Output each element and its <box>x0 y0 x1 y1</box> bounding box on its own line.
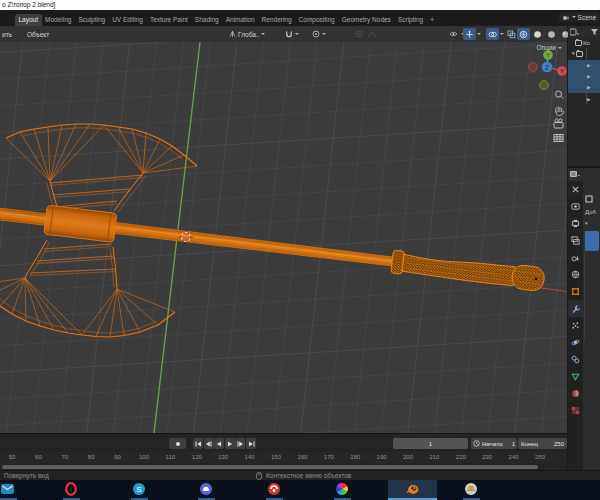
properties-tab-render[interactable] <box>568 198 583 215</box>
editor-type-icon[interactable] <box>570 170 580 179</box>
status-hint-context-menu: Контекстное меню объектов <box>266 472 351 479</box>
outliner-object-row-selected[interactable]: ▶ <box>568 82 600 93</box>
menu-mode[interactable]: ить <box>2 26 12 42</box>
navigation-gizmo[interactable]: YXZ <box>529 50 567 89</box>
frame-end-field[interactable]: Конец 250 <box>518 438 567 449</box>
outliner-display-mode-icon[interactable] <box>570 28 579 36</box>
properties-tab-texture[interactable] <box>568 402 583 419</box>
window-titlebar[interactable]: о Z\топор 2.blend] <box>0 0 600 10</box>
workspace-tab-sculpting[interactable]: Sculpting <box>75 14 109 26</box>
orientation-dropdown[interactable]: Глоба.. <box>229 26 265 42</box>
workspace-tab-layout[interactable]: Layout <box>15 14 42 26</box>
auto-keying-button[interactable] <box>169 438 186 449</box>
taskbar-app-game[interactable] <box>464 482 479 497</box>
workspace-tab-scripting[interactable]: Scripting <box>394 14 426 26</box>
viewport-3d[interactable]: YXZ Опции <box>0 42 567 433</box>
taskbar-app-color-wheel[interactable] <box>335 482 350 497</box>
timeline-ruler[interactable]: 5060708090100110120130140150160170180190… <box>0 452 567 463</box>
taskbar-app-discord[interactable] <box>199 482 214 497</box>
chevron-down-icon <box>558 47 562 49</box>
properties-panel: Доб ▼ <box>568 167 600 470</box>
properties-tab-material[interactable] <box>568 385 583 402</box>
current-frame-value: 1 <box>429 441 432 447</box>
workspace-tab-geometry-nodes[interactable]: Geometry Nodes <box>338 14 394 26</box>
modifier-expand-arrow[interactable]: ▼ <box>584 221 588 226</box>
proportional-edit-toggle[interactable] <box>312 26 326 42</box>
snap-controls[interactable] <box>285 26 299 42</box>
outliner-row[interactable]: Ко <box>568 37 600 48</box>
modifier-item-selected[interactable] <box>584 231 599 251</box>
outliner-row[interactable]: ▼ <box>568 48 600 59</box>
expand-arrow[interactable]: ▶ <box>587 85 590 90</box>
add-modifier-button[interactable]: Доб <box>585 209 596 215</box>
scene-selector[interactable]: Scene <box>559 12 599 22</box>
outliner-object-row-selected[interactable]: ▶ <box>568 60 600 71</box>
taskbar-app-skype[interactable]: S <box>132 482 147 497</box>
falloff-curve <box>368 26 376 42</box>
timeline-scrollbar[interactable] <box>2 465 538 469</box>
properties-tab-scene[interactable] <box>568 249 583 266</box>
viewport-options-dropdown[interactable]: Опции <box>536 44 562 51</box>
pan-hand-icon[interactable] <box>556 107 564 116</box>
orthographic-grid-icon[interactable] <box>554 135 563 142</box>
properties-tab-world[interactable] <box>568 266 583 283</box>
shading-material-button[interactable] <box>545 28 558 40</box>
current-frame-field[interactable]: 1 <box>393 438 468 449</box>
shading-wireframe-button[interactable] <box>517 28 530 40</box>
chevron-down-icon <box>572 16 576 18</box>
taskbar-app-blender[interactable] <box>405 482 420 497</box>
collection-icon <box>576 50 583 57</box>
properties-tab-constraints[interactable] <box>568 351 583 368</box>
workspace-tab-compositing[interactable]: Compositing <box>295 14 338 26</box>
properties-tab-object-data[interactable] <box>568 368 583 385</box>
play-button[interactable] <box>225 438 235 449</box>
workspace-tab-animation[interactable]: Animation <box>222 14 258 26</box>
properties-tab-output[interactable] <box>568 215 583 232</box>
shading-solid-button[interactable] <box>531 28 544 40</box>
visibility-toggle[interactable] <box>447 28 460 40</box>
expand-arrow[interactable]: ▼ <box>571 51 575 56</box>
ruler-frame-90: 90 <box>114 454 121 460</box>
workspace-tab-modeling[interactable]: Modeling <box>42 14 75 26</box>
zoom-icon[interactable] <box>556 91 562 97</box>
prev-keyframe-button[interactable] <box>204 438 214 449</box>
viewport-nav-tools <box>554 91 564 142</box>
outliner-row[interactable]: ▶ <box>568 94 600 105</box>
gizmo-axis-neg-x[interactable] <box>529 63 538 72</box>
workspace-tab-uv-editing[interactable]: UV Editing <box>109 14 147 26</box>
play-reverse-button[interactable] <box>214 438 224 449</box>
workspace-tab-texture-paint[interactable]: Texture Paint <box>146 14 191 26</box>
workspace-tab-rendering[interactable]: Rendering <box>258 14 295 26</box>
properties-tab-modifiers[interactable] <box>568 300 583 317</box>
mouse-icon <box>256 472 262 480</box>
next-keyframe-button[interactable] <box>235 438 245 449</box>
outliner-object-row-selected[interactable]: ▶ <box>568 71 600 82</box>
properties-tab-active-tool[interactable] <box>568 181 583 198</box>
ruler-frame-220: 220 <box>456 454 466 460</box>
properties-tab-view-layer[interactable] <box>568 232 583 249</box>
properties-tab-physics[interactable] <box>568 334 583 351</box>
expand-arrow[interactable]: ▶ <box>587 97 590 102</box>
workspace-tab--[interactable]: + <box>427 14 438 26</box>
taskbar-app-opera[interactable] <box>64 482 79 497</box>
taskbar-app-mail[interactable] <box>1 482 16 497</box>
jump-end-button[interactable] <box>246 438 256 449</box>
properties-tab-object[interactable] <box>568 283 583 300</box>
filter-icon[interactable] <box>591 28 598 36</box>
workspace-tab-shading[interactable]: Shading <box>191 14 222 26</box>
properties-tab-particles[interactable] <box>568 317 583 334</box>
jump-start-button[interactable] <box>193 438 203 449</box>
windows-taskbar: S <box>0 480 600 500</box>
expand-arrow[interactable]: ▶ <box>587 74 590 79</box>
viewport-header: итьОбъектГлоба.. <box>0 26 567 42</box>
proportional-edit-icon <box>312 30 320 38</box>
axe-wireframe-model[interactable] <box>0 124 546 337</box>
gizmo-axis-neg-y[interactable] <box>540 81 549 90</box>
show-overlays-toggle[interactable] <box>486 28 499 40</box>
menu-object[interactable]: Объект <box>27 26 49 42</box>
taskbar-app-browser-red[interactable] <box>267 482 282 497</box>
frame-start-field[interactable]: Начало 1 <box>471 438 517 449</box>
expand-arrow[interactable]: ▶ <box>587 63 590 68</box>
status-hint-rotate: Повернуть вид <box>4 472 49 479</box>
show-gizmo-toggle[interactable] <box>463 28 476 40</box>
